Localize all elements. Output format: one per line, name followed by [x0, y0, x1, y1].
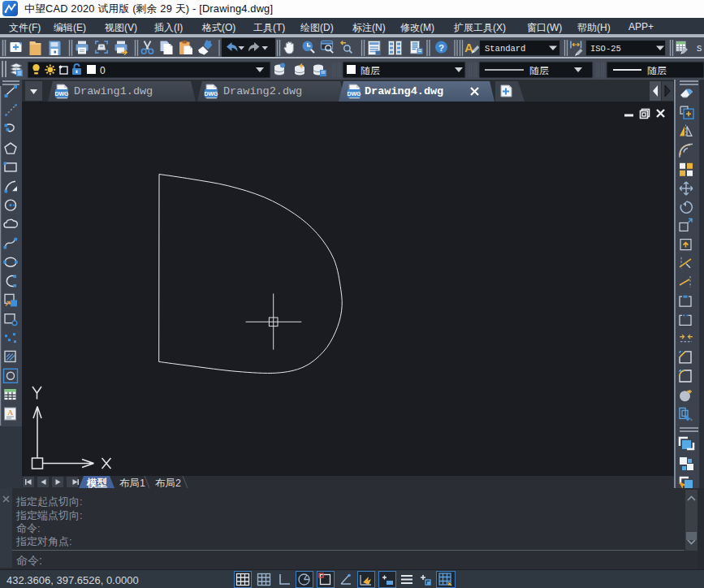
svg-text:DWG: DWG [347, 91, 361, 97]
svg-text:布局2: 布局2 [155, 478, 181, 489]
svg-text:随层: 随层 [647, 65, 667, 76]
svg-text:DWG: DWG [54, 91, 69, 97]
svg-text:A: A [8, 409, 14, 417]
svg-text:DWG: DWG [204, 91, 218, 97]
svg-text:?: ? [438, 43, 444, 53]
svg-text:S: S [697, 44, 702, 54]
svg-text:0: 0 [100, 65, 106, 76]
svg-text:布局1: 布局1 [119, 478, 145, 489]
svg-text:模型: 模型 [86, 478, 108, 489]
svg-text:随层: 随层 [529, 65, 549, 76]
svg-text:ISO-25: ISO-25 [590, 44, 621, 54]
svg-text:随层: 随层 [361, 65, 380, 76]
svg-text:Standard: Standard [485, 44, 525, 54]
